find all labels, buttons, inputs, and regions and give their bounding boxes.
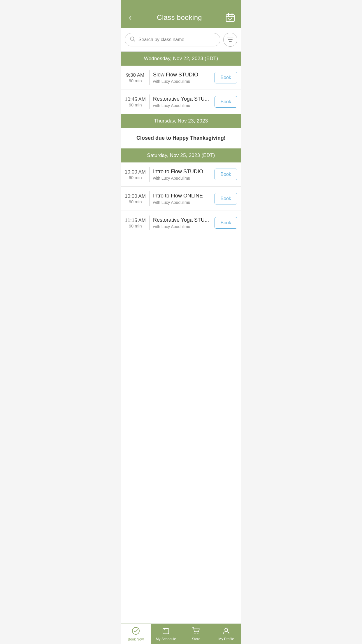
app-header: ‹ Class booking [121, 0, 241, 28]
svg-rect-10 [163, 629, 169, 634]
class-info: Intro to Flow ONLINE with Lucy Abudulimu [153, 192, 211, 204]
class-time: 11:15 AM 60 min [125, 218, 146, 228]
search-field-wrapper [125, 33, 220, 46]
book-button[interactable]: Book [215, 96, 237, 108]
date-header-wed: Wednesday, Nov 22, 2023 (EDT) [121, 52, 241, 66]
store-cart-icon [192, 627, 200, 636]
class-time: 9:30 AM 60 min [125, 72, 146, 83]
filter-button[interactable] [223, 33, 237, 47]
class-divider [149, 94, 150, 109]
class-time: 10:00 AM 60 min [125, 193, 146, 204]
search-input[interactable] [138, 37, 215, 42]
tab-bar: Book Now My Schedule Store [121, 624, 241, 644]
svg-point-15 [197, 633, 198, 634]
book-button[interactable]: Book [215, 193, 237, 204]
class-time: 10:45 AM 60 min [125, 97, 146, 107]
class-divider [149, 216, 150, 230]
class-row: 11:15 AM 60 min Restorative Yoga STU... … [121, 211, 241, 235]
date-header-sat: Saturday, Nov 25, 2023 (EDT) [121, 148, 241, 162]
calendar-check-icon[interactable] [225, 12, 236, 23]
book-button[interactable]: Book [215, 217, 237, 229]
svg-point-9 [132, 627, 139, 634]
tab-store[interactable]: Store [181, 624, 211, 644]
class-divider [149, 70, 150, 85]
filter-icon [227, 37, 233, 42]
class-info: Slow Flow STUDIO with Lucy Abudulimu [153, 71, 211, 83]
back-button[interactable]: ‹ [126, 12, 134, 23]
svg-line-5 [133, 40, 135, 41]
class-row: 9:30 AM 60 min Slow Flow STUDIO with Luc… [121, 66, 241, 90]
class-info: Restorative Yoga STU... with Lucy Abudul… [153, 96, 211, 108]
svg-point-16 [225, 628, 228, 631]
class-divider [149, 191, 150, 206]
class-info: Restorative Yoga STU... with Lucy Abudul… [153, 217, 211, 229]
book-button[interactable]: Book [215, 72, 237, 83]
tab-my-profile[interactable]: My Profile [211, 624, 242, 644]
search-icon [130, 36, 136, 43]
book-button[interactable]: Book [215, 169, 237, 180]
class-divider [149, 167, 150, 182]
schedule-icon [162, 627, 170, 636]
search-area [121, 28, 241, 52]
svg-rect-0 [226, 15, 234, 22]
class-time: 10:00 AM 60 min [125, 169, 146, 180]
svg-point-14 [194, 633, 195, 634]
tab-label-book-now: Book Now [128, 637, 144, 641]
tab-label-store: Store [192, 637, 200, 641]
date-header-thu: Thursday, Nov 23, 2023 [121, 114, 241, 128]
class-row: 10:00 AM 60 min Intro to Flow ONLINE wit… [121, 187, 241, 211]
page-title: Class booking [157, 13, 202, 22]
tab-book-now[interactable]: Book Now [121, 624, 151, 644]
class-row: 10:00 AM 60 min Intro to Flow STUDIO wit… [121, 162, 241, 187]
closed-notice: Closed due to Happy Thanksgiving! [121, 128, 241, 148]
schedule-list: Wednesday, Nov 22, 2023 (EDT) 9:30 AM 60… [121, 52, 241, 624]
tab-label-profile: My Profile [219, 637, 234, 641]
tab-label-schedule: My Schedule [156, 637, 176, 641]
check-circle-icon [132, 627, 140, 636]
tab-my-schedule[interactable]: My Schedule [151, 624, 181, 644]
class-row: 10:45 AM 60 min Restorative Yoga STU... … [121, 90, 241, 114]
profile-icon [222, 627, 230, 636]
class-info: Intro to Flow STUDIO with Lucy Abudulimu [153, 168, 211, 180]
